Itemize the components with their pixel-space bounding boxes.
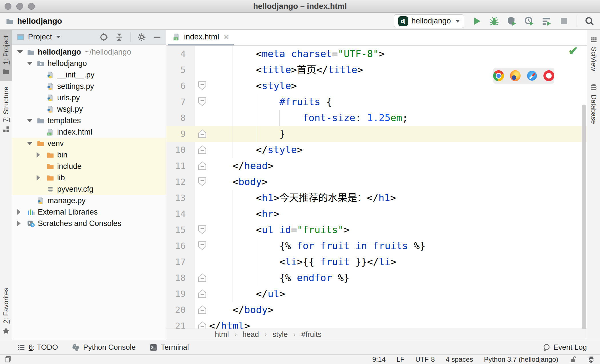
breadcrumb-head[interactable]: head	[242, 330, 259, 339]
firefox-icon[interactable]	[510, 70, 521, 81]
code-line-12[interactable]: 12 <body>	[166, 174, 587, 190]
gear-icon[interactable]	[137, 33, 146, 41]
fold-marker-icon[interactable]	[195, 78, 209, 94]
run-configuration-selector[interactable]: dj hellodjango	[394, 14, 464, 28]
code-line-17[interactable]: 17 <li>{{ fruit }}</li>	[166, 254, 587, 270]
chevron-right-icon[interactable]	[17, 209, 27, 215]
run-with-coverage-button[interactable]	[507, 16, 517, 26]
breadcrumb-style[interactable]: style	[273, 330, 288, 339]
tree-item-include[interactable]: include	[12, 161, 166, 172]
status-lf[interactable]: LF	[397, 355, 405, 363]
fold-marker-icon[interactable]	[195, 142, 209, 158]
status-4-spaces[interactable]: 4 spaces	[446, 355, 473, 363]
fold-marker-icon[interactable]	[195, 158, 209, 174]
stripe-item-1-project[interactable]: 1: Project	[0, 30, 12, 81]
fold-marker-icon[interactable]	[195, 238, 209, 254]
status-python-3-7-hellodjango[interactable]: Python 3.7 (hellodjango)	[484, 355, 558, 363]
close-tab-icon[interactable]: ×	[224, 32, 229, 41]
code-line-20[interactable]: 20 </body>	[166, 302, 587, 318]
hector-inspections-icon[interactable]	[587, 356, 595, 363]
tree-item-scratches-and-consoles[interactable]: Scratches and Consoles	[12, 218, 166, 229]
tree-item-templates[interactable]: templates	[12, 115, 166, 126]
tree-item-bin[interactable]: bin	[12, 149, 166, 161]
editor-scrollbar[interactable]	[582, 105, 586, 329]
fold-marker-icon[interactable]	[195, 94, 209, 110]
code-line-21[interactable]: 21</html>	[166, 318, 587, 329]
chevron-down-icon[interactable]	[27, 62, 37, 65]
fold-marker-icon[interactable]	[195, 302, 209, 318]
debug-button[interactable]	[489, 16, 499, 26]
event-log-button[interactable]: Event Log	[543, 343, 587, 352]
profiler-button[interactable]	[524, 16, 534, 26]
zoom-window-button[interactable]	[28, 3, 35, 10]
minimize-window-button[interactable]	[16, 3, 23, 10]
opera-icon[interactable]	[543, 70, 554, 81]
code-line-9[interactable]: 9 }	[166, 126, 587, 142]
fold-marker-icon[interactable]	[195, 222, 209, 238]
tree-item-external-libraries[interactable]: External Libraries	[12, 206, 166, 218]
chevron-down-icon[interactable]	[27, 142, 37, 145]
status-utf-8[interactable]: UTF-8	[415, 355, 435, 363]
chevron-down-icon[interactable]	[56, 36, 61, 38]
fold-marker-icon[interactable]	[195, 174, 209, 190]
fold-marker-icon[interactable]	[195, 286, 209, 302]
stop-button[interactable]	[559, 16, 569, 26]
code-line-18[interactable]: 18 {% endfor %}	[166, 270, 587, 286]
tree-item-venv[interactable]: venv	[12, 138, 166, 149]
project-breadcrumb[interactable]: hellodjango	[6, 17, 62, 26]
concurrency-button[interactable]	[542, 16, 551, 26]
toolwindow-button-python-console[interactable]: Python Console	[72, 343, 136, 352]
breadcrumb-fruits[interactable]: #fruits	[301, 330, 321, 339]
tab-index-html[interactable]: H index.html ×	[168, 30, 234, 45]
tree-item-settings-py[interactable]: settings.py	[12, 81, 166, 92]
status-9-14[interactable]: 9:14	[372, 355, 386, 363]
code-line-8[interactable]: 8 font-size: 1.25em;	[166, 110, 587, 126]
tree-item-lib[interactable]: lib	[12, 172, 166, 183]
code-line-13[interactable]: 13 <h1>今天推荐的水果是：</h1>	[166, 190, 587, 206]
chevron-right-icon[interactable]	[17, 221, 27, 226]
code-line-10[interactable]: 10 </style>	[166, 142, 587, 158]
fold-marker-icon[interactable]	[195, 270, 209, 286]
stripe-item-database[interactable]: Database	[587, 77, 600, 130]
close-window-button[interactable]	[5, 3, 11, 10]
code-line-14[interactable]: 14 <hr>	[166, 206, 587, 222]
tree-item-pyvenv-cfg[interactable]: pyvenv.cfg	[12, 183, 166, 195]
search-everywhere-button[interactable]	[585, 16, 594, 26]
code-line-15[interactable]: 15 <ul id="fruits">	[166, 222, 587, 238]
code-line-11[interactable]: 11 </head>	[166, 158, 587, 174]
tree-item-manage-py[interactable]: manage.py	[12, 195, 166, 206]
safari-icon[interactable]	[527, 70, 537, 81]
code-line-19[interactable]: 19 </ul>	[166, 286, 587, 302]
stripe-item-sciview[interactable]: SciView	[587, 30, 600, 77]
collapse-all-icon[interactable]	[115, 33, 123, 41]
run-button[interactable]	[472, 16, 482, 26]
tree-item-urls-py[interactable]: urls.py	[12, 92, 166, 103]
tree-item-index-html[interactable]: Hindex.html	[12, 126, 166, 138]
tree-item-hellodjango[interactable]: hellodjango	[12, 58, 166, 69]
tree-item-init-py[interactable]: __init__.py	[12, 69, 166, 81]
chrome-icon[interactable]	[493, 70, 504, 81]
tree-item-wsgi-py[interactable]: wsgi.py	[12, 103, 166, 115]
tree-item-hellodjango[interactable]: hellodjango~/hellodjango	[12, 46, 166, 58]
unlock-icon[interactable]	[569, 356, 577, 363]
toolwindow-button-terminal[interactable]: Terminal	[149, 343, 189, 352]
code-line-7[interactable]: 7 #fruits {	[166, 94, 587, 110]
chevron-right-icon[interactable]	[37, 175, 46, 181]
fold-marker-icon[interactable]	[195, 318, 209, 329]
toolwindow-button-6-todo[interactable]: 6: TODO	[17, 343, 58, 352]
locate-icon[interactable]	[99, 33, 108, 41]
stripe-item-7-structure[interactable]: 7: Structure	[0, 81, 12, 139]
toolwindows-icon[interactable]	[4, 356, 11, 363]
chevron-right-icon[interactable]	[37, 152, 46, 158]
breadcrumb-html[interactable]: html	[215, 330, 229, 339]
hide-panel-icon[interactable]	[153, 33, 161, 41]
chevron-down-icon[interactable]	[17, 50, 27, 54]
code-line-4[interactable]: 4 <meta charset="UTF-8">	[166, 46, 587, 62]
code-line-16[interactable]: 16 {% for fruit in fruits %}	[166, 238, 587, 254]
panel-title[interactable]: Project	[28, 33, 52, 41]
inspections-ok-icon[interactable]: ✔	[568, 46, 578, 58]
code-editor[interactable]: 4 <meta charset="UTF-8">5 <title>首页</tit…	[166, 46, 587, 329]
fold-marker-icon[interactable]	[195, 126, 209, 142]
chevron-down-icon[interactable]	[27, 119, 37, 122]
stripe-item-2-favorites[interactable]: 2: Favorites	[0, 282, 12, 340]
